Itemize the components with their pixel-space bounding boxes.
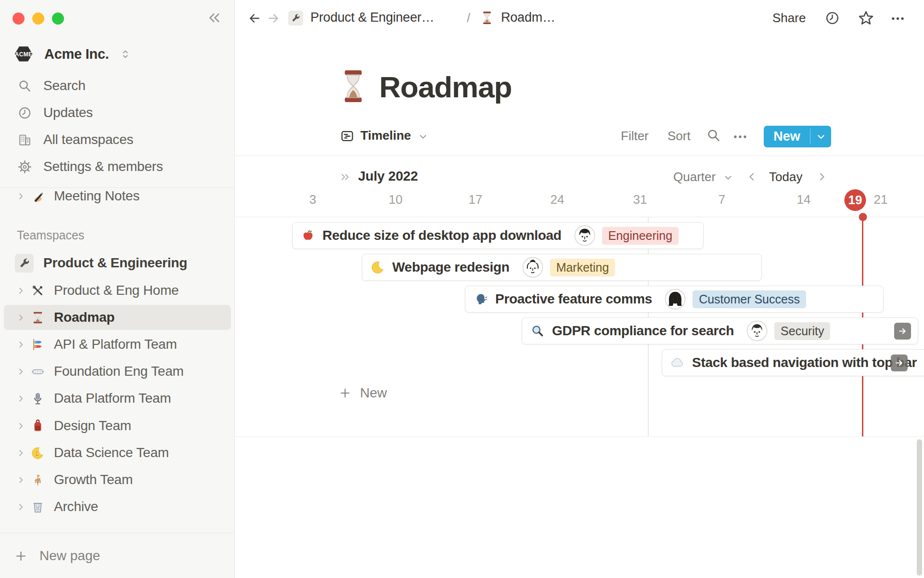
sidebar-item-all-teamspaces[interactable]: All teamspaces	[0, 127, 235, 152]
timeline-bottom-divider	[235, 436, 924, 437]
sidebar-item-label: Meeting Notes	[54, 188, 140, 204]
breadcrumb-page-label[interactable]: Roadm…	[501, 10, 555, 25]
new-item-button[interactable]: New	[764, 126, 831, 147]
chevron-down-icon[interactable]	[418, 131, 428, 142]
sidebar-item-label: Design Team	[54, 418, 131, 434]
chevron-right-icon[interactable]	[16, 192, 26, 201]
sidebar-item-roadmap-selected[interactable]: Roadmap	[4, 305, 231, 330]
open-page-arrow-button[interactable]	[894, 323, 911, 340]
carp-streamer-emoji	[31, 338, 44, 351]
today-line-dot	[859, 213, 867, 221]
back-button[interactable]	[248, 12, 261, 25]
minimize-window-button[interactable]	[32, 13, 44, 25]
page-title-icon[interactable]	[340, 68, 366, 105]
chevron-right-icon[interactable]	[16, 313, 26, 322]
sidebar-divider	[0, 533, 235, 533]
timeline-new-row-button[interactable]: New	[339, 383, 387, 403]
building-icon	[18, 133, 32, 147]
star-icon[interactable]	[858, 10, 874, 26]
chevron-right-icon[interactable]	[16, 286, 26, 295]
new-item-dropdown[interactable]	[810, 126, 831, 147]
team-tag: Engineering	[602, 227, 679, 245]
timeline-item-webpage-redesign[interactable]: Webpage redesign Marketing	[362, 254, 762, 281]
sidebar-item-design-team[interactable]: Design Team	[0, 413, 235, 438]
open-page-arrow-button[interactable]	[891, 355, 908, 371]
writing-hand-emoji	[31, 190, 44, 203]
apple-emoji	[301, 229, 315, 242]
timeline-item-gdpr-compliance[interactable]: GDPR compliance for search Security	[522, 317, 918, 344]
double-chevron-right-icon[interactable]	[339, 171, 351, 183]
forward-button[interactable]	[267, 12, 280, 25]
chevron-right-icon[interactable]	[16, 394, 26, 403]
date-label: 3	[309, 192, 316, 207]
zoom-window-button[interactable]	[52, 13, 64, 25]
chevron-right-icon[interactable]	[16, 340, 26, 349]
sidebar-item-data-platform-team[interactable]: Data Platform Team	[0, 386, 235, 411]
cloud-emoji	[671, 356, 684, 369]
notion-window: ACME Acme Inc. Search Updates All teamsp…	[0, 0, 924, 578]
view-tab-timeline[interactable]: Timeline	[360, 128, 411, 143]
chevron-right-icon[interactable]	[16, 502, 26, 512]
sidebar-item-api-platform-team[interactable]: API & Platform Team	[0, 332, 235, 357]
chevron-right-icon[interactable]	[16, 421, 26, 431]
chevron-left-icon[interactable]	[746, 171, 757, 183]
timeline-item-proactive-feature-comms[interactable]: Proactive feature comms Customer Success	[465, 286, 884, 313]
sidebar-item-product-eng-home[interactable]: Product & Eng Home	[0, 278, 235, 303]
close-window-button[interactable]	[13, 13, 25, 25]
sidebar-item-label: API & Platform Team	[54, 337, 177, 352]
team-tag: Marketing	[550, 259, 616, 276]
sidebar-item-updates[interactable]: Updates	[0, 100, 235, 125]
sidebar-item-archive[interactable]: Archive	[0, 494, 235, 519]
sidebar-item-label: Product & Engineering	[43, 255, 187, 271]
open-arrow-icon	[894, 357, 905, 368]
chevron-right-icon[interactable]	[16, 448, 26, 458]
sidebar-item-label: Data Science Team	[54, 445, 169, 460]
breadcrumb-teamspace-label[interactable]: Product & Engineer…	[310, 10, 434, 25]
dots-icon[interactable]	[732, 129, 748, 144]
sidebar-item-search[interactable]: Search	[0, 73, 235, 98]
dots-icon[interactable]	[890, 11, 905, 26]
chevron-down-icon[interactable]	[723, 172, 733, 183]
wastebasket-emoji	[31, 500, 44, 513]
today-button[interactable]: Today	[769, 170, 802, 184]
collapse-sidebar-icon[interactable]	[206, 10, 222, 26]
breadcrumb-teamspace[interactable]	[288, 11, 303, 26]
sidebar-item-foundation-eng-team[interactable]: Foundation Eng Team	[0, 359, 235, 384]
sidebar-item-data-science-team[interactable]: Data Science Team	[0, 440, 235, 465]
vertical-scrollbar[interactable]	[917, 439, 922, 576]
avatar	[746, 320, 768, 342]
timeline-item-title: Stack based navigation with top bar	[692, 355, 917, 370]
timeline-item-reduce-app-size[interactable]: Reduce size of desktop app download Engi…	[292, 222, 704, 249]
sidebar-item-growth-team[interactable]: Growth Team	[0, 467, 235, 492]
share-button[interactable]: Share	[772, 11, 806, 26]
timeline-month-label: July 2022	[358, 169, 418, 184]
main-content: Product & Engineer… / Roadm… Share Roadm…	[235, 0, 924, 578]
chevron-right-icon[interactable]	[16, 367, 26, 376]
search-icon	[18, 79, 32, 93]
date-label: 31	[633, 192, 647, 207]
moon-face-emoji	[31, 447, 44, 460]
new-page-button[interactable]: New page	[0, 543, 235, 568]
sort-button[interactable]: Sort	[667, 129, 691, 144]
magnifier-emoji	[531, 324, 544, 338]
sidebar-item-product-engineering[interactable]: Product & Engineering	[0, 250, 235, 276]
sidebar-item-label: Growth Team	[54, 472, 133, 487]
chevron-right-icon[interactable]	[16, 475, 26, 485]
sidebar-item-settings[interactable]: Settings & members	[0, 154, 235, 179]
timeline-item-stack-navigation[interactable]: Stack based navigation with top bar	[662, 349, 924, 376]
divider	[235, 156, 924, 156]
timeline-zoom-select[interactable]: Quarter	[673, 170, 716, 184]
search-icon[interactable]	[706, 128, 721, 143]
timeline-item-title: Webpage redesign	[392, 260, 510, 275]
open-arrow-icon	[897, 326, 908, 337]
new-item-button-label[interactable]: New	[764, 126, 810, 147]
hammer-wrench-emoji	[31, 284, 44, 297]
timeline-header-divider	[235, 217, 924, 217]
workspace-switcher[interactable]: ACME Acme Inc.	[13, 43, 131, 65]
filter-button[interactable]: Filter	[621, 129, 649, 144]
chevron-right-icon[interactable]	[816, 171, 828, 183]
clock-icon[interactable]	[825, 11, 840, 26]
page-title[interactable]: Roadmap	[379, 70, 512, 104]
breadcrumb-separator: /	[467, 11, 470, 26]
sidebar-item-meeting-notes[interactable]: Meeting Notes	[0, 184, 235, 209]
